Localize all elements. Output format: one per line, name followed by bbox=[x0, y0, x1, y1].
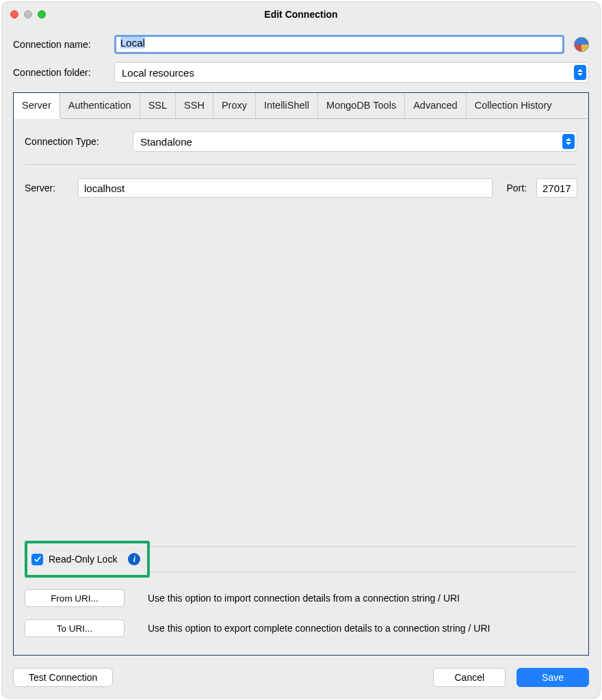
edit-connection-window: Edit Connection Connection name: Local C… bbox=[1, 1, 601, 699]
divider bbox=[25, 164, 577, 165]
test-connection-button[interactable]: Test Connection bbox=[13, 668, 113, 687]
to-uri-description: Use this option to export complete conne… bbox=[148, 623, 490, 634]
cancel-button[interactable]: Cancel bbox=[433, 668, 506, 687]
to-uri-button[interactable]: To URI... bbox=[25, 619, 125, 637]
tab-advanced[interactable]: Advanced bbox=[405, 93, 467, 118]
readonly-highlight: Read-Only Lock i bbox=[25, 541, 150, 578]
connection-type-value: Standalone bbox=[140, 136, 192, 148]
tab-mongodb-tools[interactable]: MongoDB Tools bbox=[318, 93, 405, 118]
tab-intellishell[interactable]: IntelliShell bbox=[256, 93, 318, 118]
content-area: Connection name: Local Connection folder… bbox=[2, 27, 600, 698]
connection-folder-row: Connection folder: Local resources bbox=[13, 62, 589, 83]
connection-folder-select[interactable]: Local resources bbox=[114, 62, 589, 83]
tabs-frame: Server Authentication SSL SSH Proxy Inte… bbox=[13, 92, 589, 656]
server-label: Server: bbox=[25, 183, 73, 193]
save-button[interactable]: Save bbox=[516, 668, 589, 687]
chevron-updown-icon bbox=[562, 134, 575, 149]
connection-name-label: Connection name: bbox=[13, 39, 109, 50]
tab-ssh[interactable]: SSH bbox=[176, 93, 213, 118]
tab-proxy[interactable]: Proxy bbox=[213, 93, 256, 118]
connection-type-label: Connection Type: bbox=[25, 136, 127, 147]
chevron-updown-icon bbox=[574, 65, 586, 80]
spacer bbox=[25, 198, 577, 541]
server-port-input[interactable] bbox=[536, 178, 577, 198]
tab-ssl[interactable]: SSL bbox=[140, 93, 176, 118]
connection-name-row: Connection name: Local bbox=[13, 35, 589, 54]
connection-folder-label: Connection folder: bbox=[13, 67, 109, 78]
connection-type-row: Connection Type: Standalone bbox=[25, 131, 577, 152]
readonly-checkbox[interactable] bbox=[31, 554, 43, 565]
readonly-label: Read-Only Lock bbox=[49, 554, 117, 565]
titlebar: Edit Connection bbox=[2, 2, 600, 27]
connection-name-value: Local bbox=[120, 37, 145, 49]
port-label: Port: bbox=[506, 183, 527, 193]
tabs-bar: Server Authentication SSL SSH Proxy Inte… bbox=[14, 93, 588, 119]
readonly-row: Read-Only Lock i bbox=[25, 543, 577, 575]
window-title: Edit Connection bbox=[2, 9, 600, 20]
tab-server[interactable]: Server bbox=[14, 93, 60, 119]
check-icon bbox=[34, 555, 42, 563]
tab-body-server: Connection Type: Standalone Server: Port… bbox=[14, 119, 588, 655]
server-host-input[interactable] bbox=[78, 178, 493, 198]
to-uri-row: To URI... Use this option to export comp… bbox=[25, 619, 577, 637]
connection-color-icon[interactable] bbox=[574, 37, 589, 52]
connection-folder-value: Local resources bbox=[122, 67, 194, 79]
from-uri-button[interactable]: From URI... bbox=[25, 589, 125, 607]
connection-type-select[interactable]: Standalone bbox=[133, 131, 577, 152]
from-uri-row: From URI... Use this option to import co… bbox=[25, 589, 577, 607]
tab-authentication[interactable]: Authentication bbox=[60, 93, 140, 118]
info-icon[interactable]: i bbox=[128, 553, 140, 565]
from-uri-description: Use this option to import connection det… bbox=[148, 593, 460, 604]
connection-name-input[interactable]: Local bbox=[114, 35, 564, 54]
server-row: Server: Port: bbox=[25, 178, 577, 198]
dialog-buttons: Test Connection Cancel Save bbox=[13, 668, 589, 687]
tab-collection-history[interactable]: Collection History bbox=[467, 93, 560, 118]
